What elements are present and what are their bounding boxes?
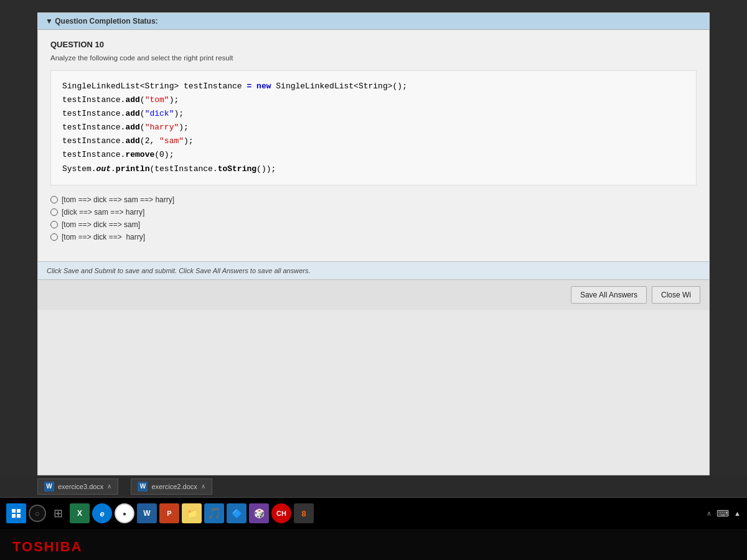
excel-taskbar-icon[interactable]: X bbox=[70, 503, 90, 523]
radio-4[interactable] bbox=[50, 233, 58, 241]
chevron-up-icon-2: ∧ bbox=[201, 483, 205, 490]
question-body: QUESTION 10 Analyze the following code a… bbox=[38, 30, 709, 261]
footer-actions: Save All Answers Close Wi bbox=[38, 279, 709, 310]
save-submit-text: Click Save and Submit to save and submit… bbox=[47, 267, 310, 274]
question-number: QUESTION 10 bbox=[50, 40, 697, 49]
toshiba-branding-bar: TOSHIBA bbox=[0, 529, 747, 560]
app-8-icon[interactable]: 8 bbox=[294, 503, 314, 523]
tray-time: ▲ bbox=[734, 510, 741, 517]
tray-arrow: ∧ bbox=[707, 510, 712, 518]
option-3[interactable]: [tom ==> dick ==> sam] bbox=[50, 220, 697, 229]
code-line-4: testInstance.add("harry"); bbox=[62, 121, 685, 134]
quiz-container: ▼ Question Completion Status: QUESTION 1… bbox=[37, 12, 710, 475]
system-taskbar: ○ ⊞ X e ● W P 📁 🎵 🔷 🎲 CH 8 ∧ ⌨ ▲ bbox=[0, 498, 747, 529]
completion-status-label: ▼ Question Completion Status: bbox=[45, 17, 158, 26]
taskbar-item-exercice2[interactable]: W exercice2.docx ∧ bbox=[131, 478, 212, 495]
option-4[interactable]: [tom ==> dick ==> harry] bbox=[50, 233, 697, 241]
code-line-1: SingleLinkedList<String> testInstance = … bbox=[62, 80, 685, 93]
option-2[interactable]: [dick ==> sam ==> harry] bbox=[50, 208, 697, 217]
word-icon: W bbox=[44, 482, 54, 492]
option-1[interactable]: [tom ==> dick ==> sam ==> harry] bbox=[50, 195, 697, 204]
question-instruction: Analyze the following code and select th… bbox=[50, 54, 697, 62]
completion-status-bar: ▼ Question Completion Status: bbox=[38, 13, 709, 30]
code-line-7: System.out.println(testInstance.toString… bbox=[62, 162, 685, 176]
windows-logo-icon bbox=[12, 509, 21, 518]
system-tray: ∧ ⌨ ▲ bbox=[707, 508, 741, 518]
blue-app-icon-2[interactable]: 🔷 bbox=[227, 503, 247, 523]
footer-save-note: Click Save and Submit to save and submit… bbox=[38, 261, 709, 279]
code-line-6: testInstance.remove(0); bbox=[62, 148, 685, 162]
task-view-button[interactable]: ⊞ bbox=[49, 504, 67, 523]
radio-1[interactable] bbox=[50, 196, 58, 203]
chevron-up-icon-1: ∧ bbox=[107, 483, 111, 490]
save-all-answers-button[interactable]: Save All Answers bbox=[571, 286, 647, 304]
option-3-label: [tom ==> dick ==> sam] bbox=[62, 220, 140, 229]
word-taskbar-icon[interactable]: W bbox=[137, 503, 157, 523]
close-window-button[interactable]: Close Wi bbox=[652, 286, 700, 304]
code-block: SingleLinkedList<String> testInstance = … bbox=[50, 70, 697, 185]
exercice3-label: exercice3.docx bbox=[58, 483, 103, 490]
powerpoint-taskbar-icon[interactable]: P bbox=[159, 503, 179, 523]
code-line-3: testInstance.add("dick"); bbox=[62, 107, 685, 121]
chrome-taskbar-icon[interactable]: ● bbox=[115, 503, 134, 523]
radio-3[interactable] bbox=[50, 221, 58, 228]
exercice2-label: exercice2.docx bbox=[151, 483, 197, 490]
toshiba-logo: TOSHIBA bbox=[12, 539, 83, 555]
option-4-label: [tom ==> dick ==> harry] bbox=[62, 233, 145, 241]
windows-start-button[interactable] bbox=[6, 503, 26, 523]
options-list: [tom ==> dick ==> sam ==> harry] [dick =… bbox=[50, 195, 697, 241]
cube-app-icon[interactable]: 🎲 bbox=[249, 503, 269, 523]
search-button[interactable]: ○ bbox=[29, 505, 46, 522]
option-1-label: [tom ==> dick ==> sam ==> harry] bbox=[62, 195, 174, 204]
edge-taskbar-icon[interactable]: e bbox=[92, 503, 112, 523]
option-2-label: [dick ==> sam ==> harry] bbox=[62, 208, 144, 217]
blue-app-icon[interactable]: 🎵 bbox=[204, 503, 224, 523]
file-explorer-icon[interactable]: 📁 bbox=[182, 503, 202, 523]
word-icon-2: W bbox=[138, 482, 148, 492]
search-icon: ○ bbox=[35, 509, 40, 518]
code-line-5: testInstance.add(2, "sam"); bbox=[62, 134, 685, 148]
ch-app-icon[interactable]: CH bbox=[271, 503, 291, 523]
file-bar: W exercice3.docx ∧ W exercice2.docx ∧ bbox=[0, 475, 747, 498]
radio-2[interactable] bbox=[50, 208, 58, 216]
code-line-2: testInstance.add("tom"); bbox=[62, 93, 685, 107]
taskbar-item-exercice3[interactable]: W exercice3.docx ∧ bbox=[37, 478, 118, 495]
keyboard-icon: ⌨ bbox=[716, 508, 729, 518]
